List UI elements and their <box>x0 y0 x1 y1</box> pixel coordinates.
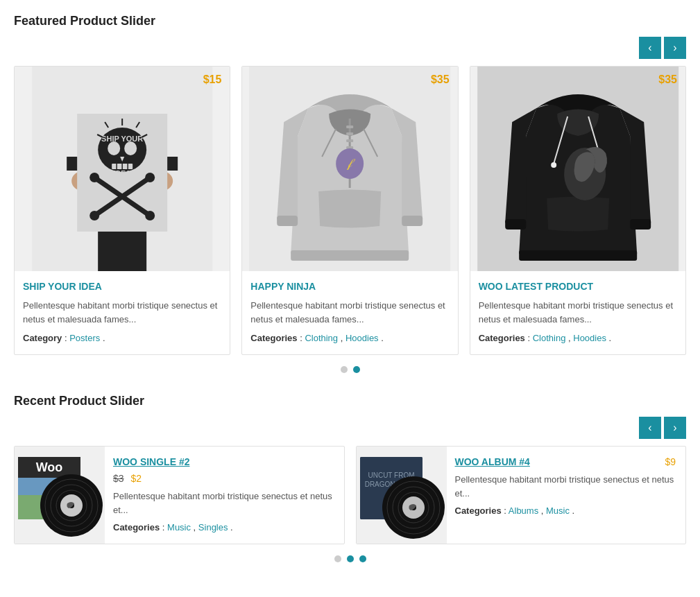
category-link-clothing-3[interactable]: Clothing <box>533 333 566 343</box>
recent-desc-2: Pellentesque habitant morbi tristique se… <box>455 473 678 500</box>
product-price-1: $15 <box>203 73 222 86</box>
price-original-1: $3 <box>113 473 124 484</box>
product-name-2[interactable]: HAPPY NINJA <box>250 281 449 292</box>
svg-text:Woo: Woo <box>36 460 63 474</box>
recent-price-top-2: $9 <box>665 456 676 467</box>
featured-dot-2[interactable] <box>353 366 360 373</box>
product-price-2: $35 <box>431 73 450 86</box>
svg-rect-35 <box>402 216 422 226</box>
recent-price-1: $3 $2 <box>113 473 336 484</box>
svg-rect-47 <box>630 219 651 230</box>
category-link-posters[interactable]: Posters <box>69 333 100 343</box>
product-meta-2: Categories : Clothing , Hoodies . <box>250 333 449 343</box>
recent-meta-2: Categories : Albums , Music . <box>455 505 678 516</box>
product-image-ship-your-idea: $15 <box>15 67 230 271</box>
recent-prev-button[interactable]: ‹ <box>639 417 661 439</box>
recent-desc-1: Pellentesque habitant morbi tristique se… <box>113 490 336 517</box>
svg-rect-29 <box>346 126 353 128</box>
svg-point-19 <box>145 211 155 220</box>
recent-category-label-2: Categories <box>455 505 502 516</box>
featured-product-card-3: $35 <box>470 66 686 355</box>
product-desc-3: Pellentesque habitant morbi tristique se… <box>479 299 677 326</box>
svg-point-17 <box>145 173 155 182</box>
recent-dot-1[interactable] <box>334 555 341 562</box>
product-name-3[interactable]: WOO LATEST PRODUCT <box>479 281 677 292</box>
recent-dot-3[interactable] <box>359 555 366 562</box>
recent-info-1: WOO SINGLE #2 $3 $2 Pellentesque habitan… <box>105 447 344 544</box>
product-info-1: SHIP YOUR IDEA Pellentesque habitant mor… <box>15 271 230 354</box>
svg-point-16 <box>89 173 99 182</box>
category-link-clothing-2[interactable]: Clothing <box>305 333 338 343</box>
svg-text:SHIP YOUR: SHIP YOUR <box>101 135 143 143</box>
svg-point-44 <box>551 162 556 168</box>
recent-slider-nav: ‹ › <box>14 417 686 439</box>
product-desc-2: Pellentesque habitant morbi tristique se… <box>250 299 449 326</box>
recent-name-1[interactable]: WOO SINGLE #2 <box>113 456 336 467</box>
svg-rect-30 <box>346 132 353 135</box>
category-link-hoodies-2[interactable]: Hoodies <box>345 333 379 343</box>
featured-dot-1[interactable] <box>341 366 348 373</box>
recent-category-label-1: Categories <box>113 522 160 533</box>
recent-info-2: WOO ALBUM #4 $9 Pellentesque habitant mo… <box>447 447 686 544</box>
svg-rect-49 <box>519 250 637 261</box>
svg-point-8 <box>108 141 120 155</box>
featured-product-slider: Featured Product Slider ‹ › $15 <box>14 14 686 373</box>
svg-rect-46 <box>505 219 526 230</box>
price-single-2: $9 <box>665 456 676 467</box>
recent-slider-title: Recent Product Slider <box>14 394 686 408</box>
recent-image-woo-album: UNCUT FROM DRAGON SPINE 𝒻 <box>357 447 447 544</box>
product-desc-1: Pellentesque habitant morbi tristique se… <box>23 299 221 326</box>
recent-meta-1: Categories : Music , Singles . <box>113 522 336 533</box>
product-info-3: WOO LATEST PRODUCT Pellentesque habitant… <box>470 271 685 354</box>
svg-rect-34 <box>277 216 298 226</box>
featured-product-card-2: $35 <box>241 66 458 355</box>
product-info-2: HAPPY NINJA Pellentesque habitant morbi … <box>242 271 457 354</box>
featured-prev-button[interactable]: ‹ <box>639 37 661 59</box>
recent-image-woo-single: Woo <box>15 447 105 544</box>
recent-category-music-1[interactable]: Music <box>167 522 191 533</box>
svg-rect-40 <box>291 250 409 261</box>
featured-slider-nav: ‹ › <box>14 37 686 59</box>
product-meta-1: Category : Posters . <box>23 333 221 343</box>
product-name-1[interactable]: SHIP YOUR IDEA <box>23 281 221 292</box>
category-label-2: Categories <box>250 333 297 343</box>
recent-product-slider: Recent Product Slider ‹ › Woo <box>14 394 686 562</box>
svg-rect-31 <box>346 139 353 142</box>
svg-point-9 <box>124 141 137 155</box>
category-label-1: Category <box>23 333 62 343</box>
svg-point-18 <box>89 211 99 220</box>
svg-text:IDEA: IDEA <box>114 170 130 178</box>
featured-product-card-1: $15 <box>14 66 230 355</box>
product-meta-3: Categories : Clothing , Hoodies . <box>479 333 677 343</box>
recent-category-singles-1[interactable]: Singles <box>198 522 228 533</box>
featured-slider-dots <box>14 366 686 373</box>
recent-dot-2[interactable] <box>347 555 354 562</box>
recent-product-card-2: UNCUT FROM DRAGON SPINE 𝒻 W <box>356 446 687 544</box>
recent-slider-dots <box>14 555 686 562</box>
price-sale-1: $2 <box>130 473 142 484</box>
recent-product-grid: Woo WOO SINGLE #2 $3 <box>14 446 686 544</box>
recent-name-2[interactable]: WOO ALBUM #4 <box>455 456 678 467</box>
featured-product-grid: $15 <box>14 66 686 355</box>
category-link-hoodies-3[interactable]: Hoodies <box>573 333 606 343</box>
product-image-happy-ninja: $35 <box>242 67 457 271</box>
recent-category-albums-2[interactable]: Albums <box>509 505 538 516</box>
product-price-3: $35 <box>658 73 677 86</box>
product-image-woo-latest: $35 <box>470 67 685 271</box>
featured-slider-title: Featured Product Slider <box>14 14 686 28</box>
featured-next-button[interactable]: › <box>664 37 686 59</box>
recent-category-music-2[interactable]: Music <box>546 505 570 516</box>
category-label-3: Categories <box>479 333 525 343</box>
recent-next-button[interactable]: › <box>664 417 686 439</box>
recent-product-card-1: Woo WOO SINGLE #2 $3 <box>14 446 345 544</box>
